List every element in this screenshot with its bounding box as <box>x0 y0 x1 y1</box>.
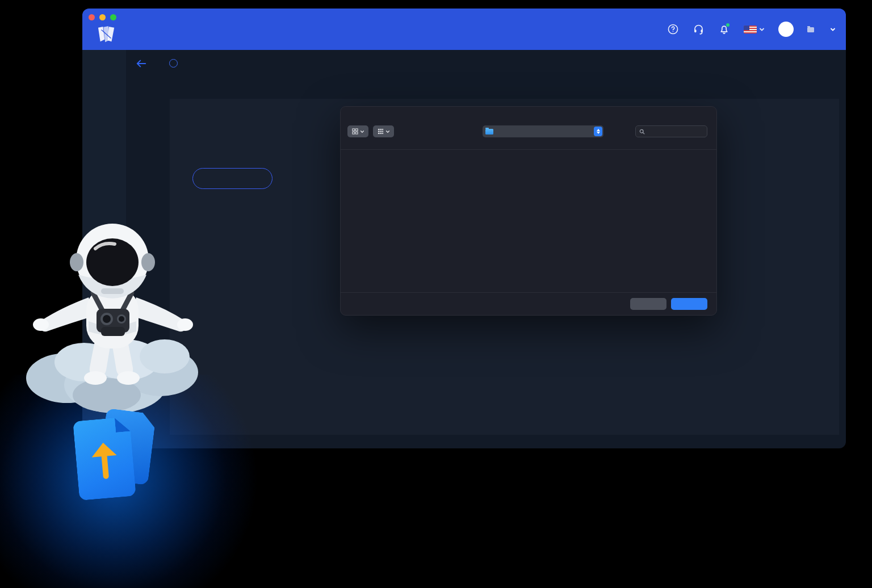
help-icon[interactable] <box>667 23 679 35</box>
maximize-button[interactable] <box>110 14 116 20</box>
chevron-down-icon <box>385 129 390 134</box>
files-grid <box>344 154 713 292</box>
main-area <box>126 50 846 448</box>
breadcrumb <box>136 59 178 68</box>
notification-badge <box>726 23 730 27</box>
search-icon <box>639 129 645 135</box>
info-icon[interactable] <box>169 59 178 68</box>
search-field <box>635 125 707 137</box>
file-upload-dialog <box>340 106 717 316</box>
user-avatar[interactable] <box>778 22 794 37</box>
sidebar <box>82 50 126 448</box>
language-selector[interactable] <box>744 26 765 33</box>
tab-bar <box>136 79 846 99</box>
folder-select[interactable] <box>483 125 603 137</box>
window-controls <box>89 14 116 20</box>
content-panel <box>170 99 839 435</box>
notifications-bell-icon[interactable] <box>718 23 730 35</box>
chevron-down-icon <box>759 27 765 32</box>
dialog-footer <box>341 292 716 315</box>
list-view-button[interactable] <box>373 125 394 137</box>
titlebar <box>82 9 846 50</box>
upload-button[interactable] <box>671 298 707 310</box>
search-input[interactable] <box>647 128 698 135</box>
create-key-button[interactable] <box>192 168 272 189</box>
project-row[interactable] <box>807 27 816 32</box>
list-view-icon <box>378 128 384 135</box>
dialog-divider <box>341 149 716 150</box>
grid-view-button[interactable] <box>347 125 368 137</box>
support-headset-icon[interactable] <box>693 23 705 35</box>
chevron-down-icon <box>360 129 364 134</box>
project-folder-icon <box>807 27 814 32</box>
grid-view-icon <box>352 128 358 135</box>
app-window <box>82 9 846 448</box>
folder-icon <box>485 129 493 135</box>
titlebar-actions <box>667 9 836 50</box>
user-info <box>807 26 816 32</box>
us-flag-icon <box>744 26 757 33</box>
dialog-controls <box>341 125 716 138</box>
back-arrow-icon[interactable] <box>136 60 146 68</box>
minimize-button[interactable] <box>99 14 106 20</box>
page <box>0 0 872 588</box>
select-stepper-icon <box>594 127 602 136</box>
account-chevron-down-icon[interactable] <box>830 27 836 32</box>
app-logo-icon <box>96 26 118 44</box>
cancel-button[interactable] <box>630 298 666 310</box>
close-button[interactable] <box>89 14 95 20</box>
